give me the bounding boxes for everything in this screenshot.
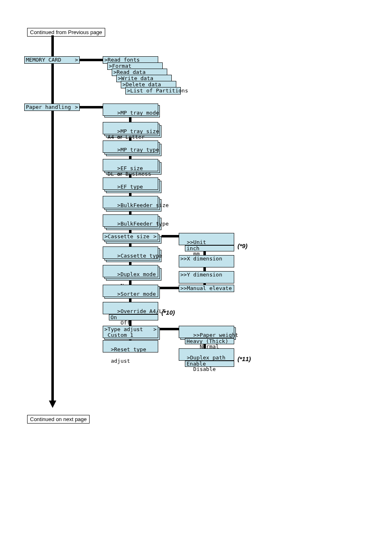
cs-x-dimension[interactable]: >>X dimension — [179, 255, 234, 267]
row-line1: >>Unit — [187, 239, 206, 245]
chevron-right-icon: > — [75, 57, 78, 63]
connector-ph-h — [80, 106, 103, 108]
row-line1: >BulkFeeder size — [117, 202, 168, 208]
connector-cassette-h — [161, 235, 179, 237]
note-11: (*11) — [238, 355, 251, 362]
chevron-right-icon: > — [153, 234, 157, 240]
menu-paper-handling[interactable]: Paper handling > — [24, 104, 80, 111]
menu-memory-card-label: MEMORY CARD — [26, 57, 61, 63]
connector-mc-h — [80, 59, 103, 61]
continued-on-next: Continued on next page — [27, 415, 90, 424]
chevron-right-icon: > — [75, 104, 78, 110]
row-line1: >Cassette size — [104, 234, 150, 240]
row-line2: adjust — [111, 358, 130, 364]
row-line1: >MP tray mode — [117, 110, 159, 116]
main-trunk-line — [51, 35, 54, 401]
sorter-manual-elevate[interactable]: >>Manual elevate — [179, 285, 234, 292]
row-line1: >Reset type — [111, 346, 146, 352]
menu-paper-handling-label: Paper handling — [26, 104, 71, 110]
chevron-right-icon: > — [153, 327, 157, 332]
cs-unit[interactable]: >>Unit mm — [179, 233, 234, 245]
row-line1: >Sorter mode — [117, 291, 156, 297]
row-line1: >Duplex mode — [117, 271, 156, 277]
row-line1: >BulkFeeder type — [117, 221, 168, 227]
ta-pw-option-heavy[interactable]: Heavy (Thick) — [185, 338, 234, 344]
note-10: (*10) — [161, 309, 175, 316]
row-line1: >MP tray size — [117, 128, 159, 134]
main-trunk-arrowhead — [49, 401, 56, 408]
cs-y-dimension[interactable]: >>Y dimension — [179, 271, 234, 283]
row-line1: >Cassette type — [117, 253, 162, 259]
cs-unit-option-inch[interactable]: inch — [185, 245, 234, 251]
override-option-on[interactable]: On — [109, 314, 158, 320]
row-line1: >EF type — [117, 184, 143, 190]
row-line2: Disable — [187, 366, 216, 372]
row-line2: Custom 1 — [104, 332, 157, 338]
ta-duplex-path[interactable]: >Duplex path Disable — [179, 348, 234, 361]
connector-sorter-h — [160, 287, 179, 289]
connector-typeadj-h — [160, 328, 179, 330]
row-line2: Off — [117, 320, 130, 326]
row-line1: >Duplex path — [187, 355, 226, 361]
row-line1: >MP tray type — [117, 147, 159, 153]
ph-reset-type-adjust[interactable]: >Reset type adjust — [103, 340, 158, 352]
diagram-page: Continued from Previous page MEMORY CARD… — [0, 0, 392, 555]
mc-list-partitions[interactable]: >List of Partitions — [125, 87, 181, 94]
continued-from-prev: Continued from Previous page — [27, 28, 105, 37]
row-line1: >Override A4/LT — [117, 308, 165, 314]
ta-dp-option-enable[interactable]: Enable — [185, 361, 234, 367]
row-line1: >EF size — [117, 165, 143, 171]
row-line1: >>Paper weight — [193, 332, 238, 338]
menu-memory-card[interactable]: MEMORY CARD > — [24, 56, 80, 64]
row-line1: >Type adjust — [104, 327, 143, 332]
note-9: (*9) — [238, 242, 247, 249]
